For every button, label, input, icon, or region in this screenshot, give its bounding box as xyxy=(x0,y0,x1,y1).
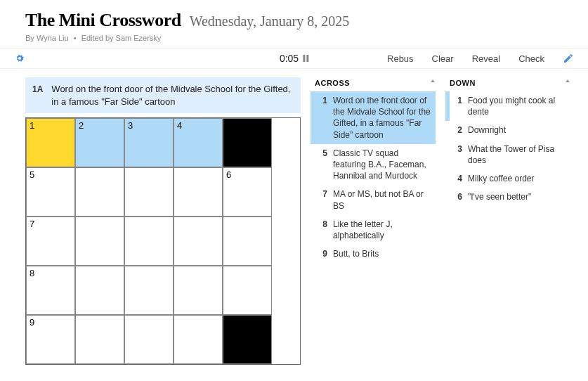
clue-item[interactable]: 3What the Tower of Pisa does xyxy=(445,140,570,169)
cell-number: 4 xyxy=(177,120,182,131)
edited-prefix: Edited by xyxy=(81,34,116,42)
check-button[interactable]: Check xyxy=(518,53,544,64)
clue-number: 7 xyxy=(320,188,333,211)
current-clue-text: Word on the front door of the Midvale Sc… xyxy=(51,83,294,108)
page-title: The Mini Crossword xyxy=(25,10,181,31)
clue-item[interactable]: 9Butt, to Brits xyxy=(311,245,436,263)
cell-number: 6 xyxy=(226,169,231,180)
clue-item[interactable]: 2Downright xyxy=(445,121,570,139)
cell-number: 7 xyxy=(30,219,34,229)
byline-sep: • xyxy=(74,34,77,42)
clue-number: 1 xyxy=(320,95,333,141)
current-clue-label: 1A xyxy=(32,83,51,94)
across-heading: ACROSS xyxy=(311,77,436,91)
grid-cell[interactable] xyxy=(75,167,124,217)
clue-text: Classic TV squad featuring B.A., Faceman… xyxy=(333,148,431,182)
grid-cell[interactable] xyxy=(174,167,223,217)
clue-text: What the Tower of Pisa does xyxy=(468,143,566,166)
grid-cell[interactable]: 9 xyxy=(26,315,75,364)
across-column: ACROSS 1Word on the front door of the Mi… xyxy=(311,77,436,365)
clue-text: Butt, to Brits xyxy=(333,248,379,259)
grid-cell[interactable]: 2 xyxy=(75,118,124,167)
clear-button[interactable]: Clear xyxy=(432,53,454,64)
clue-text: MA or MS, but not BA or BS xyxy=(333,188,431,211)
grid-cell[interactable]: 1 xyxy=(26,118,75,167)
reveal-button[interactable]: Reveal xyxy=(472,53,500,64)
cell-number: 9 xyxy=(30,317,34,328)
grid-cell[interactable] xyxy=(124,315,174,364)
clue-item[interactable]: 7MA or MS, but not BA or BS xyxy=(311,185,436,214)
grid-cell[interactable] xyxy=(223,266,272,315)
clue-number: 2 xyxy=(455,124,468,136)
cell-number: 2 xyxy=(79,120,84,131)
current-clue-banner[interactable]: 1A Word on the front door of the Midvale… xyxy=(25,77,301,113)
clue-item[interactable]: 8Like the letter J, alphabetically xyxy=(311,215,436,245)
grid-cell-black xyxy=(223,315,272,364)
clue-text: Like the letter J, alphabetically xyxy=(333,219,431,241)
grid-cell[interactable] xyxy=(75,217,124,266)
clue-number: 6 xyxy=(455,191,468,202)
clue-number: 4 xyxy=(455,173,468,184)
pencil-icon[interactable] xyxy=(563,53,574,64)
timer-value: 0:05 xyxy=(280,53,299,64)
scroll-up-icon[interactable] xyxy=(430,79,434,86)
grid-cell[interactable] xyxy=(124,167,174,217)
crossword-grid[interactable]: 123456789 xyxy=(25,117,301,365)
grid-cell[interactable] xyxy=(75,266,124,315)
clue-number: 8 xyxy=(320,219,333,241)
gear-icon[interactable] xyxy=(14,53,25,64)
clue-item[interactable]: 4Milky coffee order xyxy=(445,169,570,188)
clue-number: 3 xyxy=(455,143,468,166)
toolbar: 0:05 Rebus Clear Reveal Check xyxy=(0,49,588,69)
clue-item[interactable]: 1Food you might cook al dente xyxy=(445,91,570,121)
across-list: 1Word on the front door of the Midvale S… xyxy=(311,91,436,263)
grid-cell-black xyxy=(223,118,272,167)
grid-cell[interactable] xyxy=(124,266,174,315)
clue-text: Word on the front door of the Midvale Sc… xyxy=(333,95,431,141)
page-header: The Mini Crossword Wednesday, January 8,… xyxy=(0,0,588,49)
byline-prefix: By xyxy=(25,34,37,42)
grid-cell[interactable]: 8 xyxy=(26,266,75,315)
clue-number: 9 xyxy=(320,248,333,259)
clue-text: Downright xyxy=(468,124,506,136)
cell-number: 5 xyxy=(30,169,34,180)
cell-number: 1 xyxy=(30,120,34,131)
cell-number: 8 xyxy=(30,268,34,278)
clue-text: Milky coffee order xyxy=(468,173,534,184)
author-name: Wyna Liu xyxy=(37,34,69,42)
pause-icon xyxy=(303,55,308,62)
down-heading: DOWN xyxy=(445,77,570,91)
clue-number: 1 xyxy=(455,95,468,117)
grid-cell[interactable] xyxy=(174,315,223,364)
grid-cell[interactable]: 4 xyxy=(174,118,223,167)
grid-cell[interactable] xyxy=(174,217,223,266)
grid-cell[interactable] xyxy=(124,217,174,266)
timer[interactable]: 0:05 xyxy=(280,53,308,64)
clue-item[interactable]: 5Classic TV squad featuring B.A., Facema… xyxy=(311,144,436,186)
grid-cell[interactable] xyxy=(75,315,124,364)
grid-cell[interactable]: 7 xyxy=(26,217,75,266)
grid-cell[interactable] xyxy=(174,266,223,315)
down-column: DOWN 1Food you might cook al dente2Downr… xyxy=(445,77,570,365)
clue-text: Food you might cook al dente xyxy=(468,95,566,117)
grid-cell[interactable]: 6 xyxy=(223,167,272,217)
main-area: 1A Word on the front door of the Midvale… xyxy=(0,69,588,365)
puzzle-date: Wednesday, January 8, 2025 xyxy=(190,13,350,30)
clue-item[interactable]: 1Word on the front door of the Midvale S… xyxy=(311,91,436,144)
clue-number: 5 xyxy=(320,148,333,182)
grid-cell[interactable] xyxy=(223,217,272,266)
rebus-button[interactable]: Rebus xyxy=(387,53,414,64)
cell-number: 3 xyxy=(128,120,133,131)
clue-text: "I've seen better" xyxy=(468,191,531,202)
editor-name: Sam Ezersky xyxy=(116,34,162,42)
byline: By Wyna Liu • Edited by Sam Ezersky xyxy=(25,34,563,42)
grid-cell[interactable]: 5 xyxy=(26,167,75,217)
scroll-up-icon[interactable] xyxy=(565,79,569,86)
down-list: 1Food you might cook al dente2Downright3… xyxy=(445,91,570,206)
clue-item[interactable]: 6"I've seen better" xyxy=(445,188,570,206)
grid-cell[interactable]: 3 xyxy=(124,118,174,167)
